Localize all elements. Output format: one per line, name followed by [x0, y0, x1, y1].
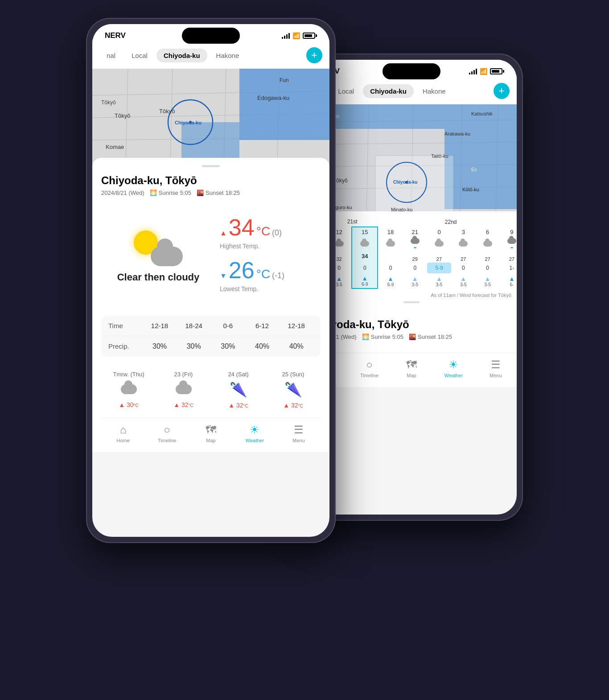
svg-text:Komae: Komae: [106, 144, 124, 150]
chart-time-18: 18: [378, 227, 403, 237]
chart-icon-9: ☂: [500, 237, 517, 252]
menu-icon-2: ☰: [491, 358, 501, 371]
wifi-icon-2: 📶: [480, 68, 487, 75]
chart-temp-6: 27: [475, 252, 499, 263]
high-temp-unit-1: °C: [256, 224, 270, 239]
signal-bars-1: [282, 33, 290, 39]
svg-text:Chiyoda-ku: Chiyoda-ku: [175, 120, 202, 125]
sunset-info-1: 🌇 Sunset 18:25: [197, 189, 240, 196]
precip-val-3: 30%: [211, 342, 245, 350]
forecast-row-1: Tmrw. (Thu) ▲ 30°C 23 (Fri) ▲ 32°C: [101, 364, 321, 418]
wifi-icon-1: 📶: [292, 32, 300, 39]
menu-label-1: Menu: [292, 438, 305, 443]
location-title-1: Chiyoda-ku, Tōkyō: [101, 174, 321, 187]
forecast-fri-temp: ▲ 32°C: [156, 401, 211, 408]
home-label-1: Home: [117, 438, 130, 443]
chart-wind-3: ▲ 3-5: [451, 273, 475, 288]
time-table-1: Time 12-18 18-24 0-6 6-12 12-18 Precip. …: [101, 316, 321, 357]
tab-hakone-1[interactable]: Hakone: [209, 49, 247, 62]
map-label-2: Map: [407, 373, 416, 378]
signal-bar-2-2: [471, 71, 473, 74]
forecast-sat-name: 24 (Sat): [211, 371, 266, 378]
forecast-day-sun: 25 (Sun) 🌂 ▲ 32°C: [266, 371, 321, 409]
svg-text:Katsushik: Katsushik: [471, 111, 493, 116]
chart-time-0: 0: [427, 227, 451, 237]
sunset-info-2: 🌇 Sunset 18:25: [409, 334, 452, 340]
signal-bar-3: [286, 34, 288, 39]
signal-bar-4: [288, 33, 290, 39]
tab-local-1[interactable]: Local: [124, 49, 155, 62]
svg-text:Minato-ku: Minato-ku: [391, 207, 412, 211]
battery-tip-2: [503, 70, 504, 73]
small-cloud-thu: [121, 384, 137, 394]
location-section-2: Chiyoda-ku, Tōkyō 2024/8/21 (Wed) 🌅 Sunr…: [306, 312, 517, 353]
dynamic-island-1: [182, 28, 240, 44]
map-svg-2: Itabashi-ku Katsushik Arakawa-ku Taitō-k…: [306, 104, 517, 211]
svg-text:Tōkyō: Tōkyō: [159, 108, 175, 115]
weather-card-1: Chiyoda-ku, Tōkyō 2024/8/21 (Wed) 🌅 Sunr…: [92, 158, 329, 452]
tab-add-button-2[interactable]: +: [494, 83, 510, 99]
tab-chiyoda-1[interactable]: Chiyoda-ku: [156, 49, 207, 62]
location-tabs-2: l Local Chiyoda-ku Hakone +: [306, 79, 517, 104]
forecast-sun-temp: ▲ 32°C: [266, 402, 321, 409]
low-temp-unit-1: °C: [256, 267, 270, 281]
cloud-icon-1: [151, 247, 183, 266]
tab-nal-1[interactable]: nal: [99, 49, 123, 62]
signal-bar-2-1: [469, 73, 470, 74]
forecast-fri-icon: [156, 381, 211, 398]
sunset-time-1: 18:25: [225, 189, 240, 196]
chart-weather-row: Ind.: [310, 237, 517, 252]
nav-timeline-1[interactable]: ○ Timeline: [145, 424, 189, 443]
forecast-thu-name: Tmrw. (Thu): [101, 371, 156, 378]
sunset-label-1: Sunset: [206, 189, 223, 196]
sunrise-icon-2: 🌅: [362, 334, 369, 340]
location-tabs-1: nal Local Chiyoda-ku Hakone +: [92, 44, 329, 69]
svg-text:Kōtō-ku: Kōtō-ku: [462, 187, 479, 192]
date-row-1: 2024/8/21 (Wed) 🌅 Sunrise 5:05 🌇 Sunset …: [101, 189, 321, 196]
chart-icon-21: ☂: [403, 237, 427, 252]
chart-rain-9: 1-: [500, 263, 517, 273]
nav-home-1[interactable]: ⌂ Home: [101, 424, 145, 443]
weather-icon-2: ☀: [449, 358, 458, 371]
high-temp-value-1: 34: [229, 214, 255, 241]
bottom-nav-2: ⌂ Home ○ Timeline 🗺 Map ☀ Weather ☰ M: [306, 353, 517, 387]
chart-temp-9: 27: [500, 252, 517, 263]
battery-body-2: [490, 68, 502, 74]
tab-hakone-2[interactable]: Hakone: [416, 84, 453, 98]
date-row-2: 2024/8/21 (Wed) 🌅 Sunrise 5:05 🌇 Sunset …: [313, 334, 510, 340]
nav-weather-1[interactable]: ☀ Weather: [233, 424, 276, 443]
tab-add-button-1[interactable]: +: [306, 47, 322, 63]
chart-scroll-2[interactable]: Period 21st 22nd 12 15 18 21: [306, 217, 517, 289]
nav-timeline-2[interactable]: ○ Timeline: [348, 358, 390, 378]
chart-icon-3: [451, 237, 475, 252]
low-temp-diff-1: (-1): [272, 271, 284, 280]
weather-icon-1: ☀: [250, 424, 259, 436]
signal-bars-2: [469, 68, 477, 74]
signal-bar-2: [284, 36, 285, 39]
nav-map-2[interactable]: 🗺 Map: [391, 358, 432, 378]
phone-1-screen: NERV 📶: [92, 24, 329, 537]
tab-chiyoda-2[interactable]: Chiyoda-ku: [363, 84, 414, 98]
chart-rain-21: 0: [403, 263, 427, 273]
status-icons-2: 📶: [469, 68, 504, 75]
svg-text:Edogawa-ku: Edogawa-ku: [257, 95, 289, 101]
nav-map-1[interactable]: 🗺 Map: [189, 424, 233, 443]
sunrise-info-1: 🌅 Sunrise 5:05: [150, 189, 191, 196]
sunset-icon-1: 🌇: [197, 189, 204, 196]
chart-temp-row: Temp°C 32 34 29 27 27 27 27: [310, 252, 517, 263]
chart-time-9: 9: [500, 227, 517, 237]
chart-wind-21: ▲ 3-5: [403, 273, 427, 288]
forecast-day-sat: 24 (Sat) 🌂 ▲ 32°C: [211, 371, 266, 409]
sunset-label-2: Sunset: [418, 334, 436, 340]
precip-row-1: Precip. 30% 30% 30% 40% 40%: [101, 336, 321, 357]
svg-text:Fun: Fun: [280, 77, 289, 83]
chart-rain-18: 0: [378, 263, 403, 273]
sun-cloud-visual-1: [134, 231, 183, 266]
nav-menu-1[interactable]: ☰ Menu: [277, 424, 321, 443]
nav-weather-2[interactable]: ☀ Weather: [432, 358, 474, 378]
nav-menu-2[interactable]: ☰ Menu: [475, 358, 517, 378]
map-area-2: Itabashi-ku Katsushik Arakawa-ku Taitō-k…: [306, 104, 517, 211]
chart-wind-row: Windm/s ▲ 3-5 ▲ 6-9 ▲: [310, 273, 517, 288]
time-col-1: 12-18: [143, 322, 177, 329]
weather-label-2: Weather: [444, 373, 463, 378]
